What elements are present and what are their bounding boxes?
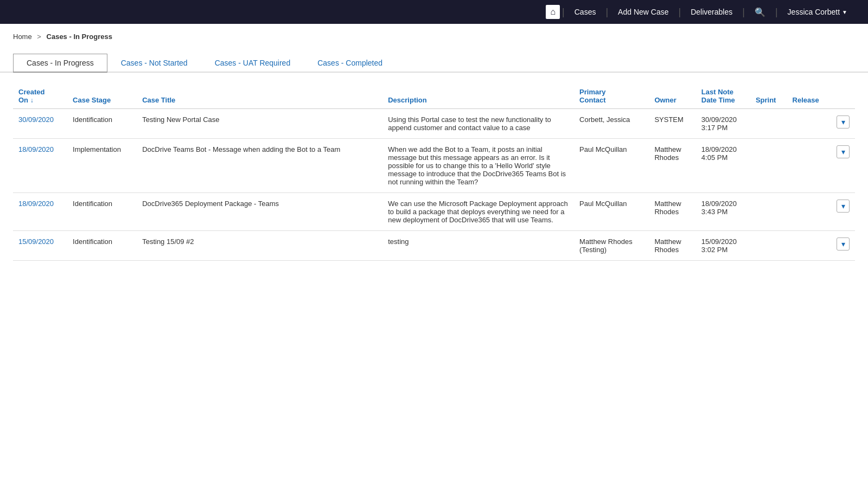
cell-case-stage: Implementation bbox=[67, 139, 137, 193]
cell-expand: ▾ bbox=[831, 231, 855, 261]
nav-user-name: Jessica Corbett bbox=[788, 8, 840, 16]
cell-case-stage: Identification bbox=[67, 109, 137, 139]
cell-primary-contact: Paul McQuillan bbox=[574, 139, 649, 193]
cell-sprint bbox=[750, 231, 787, 261]
cell-release bbox=[787, 109, 831, 139]
table-row: 30/09/2020IdentificationTesting New Port… bbox=[13, 109, 855, 139]
cell-last-note: 18/09/20203:43 PM bbox=[696, 193, 750, 231]
top-nav: ⌂ | Cases | Add New Case | Deliverables … bbox=[0, 0, 868, 24]
cell-description: Using this Portal case to test the new f… bbox=[382, 109, 574, 139]
col-sprint: Sprint bbox=[750, 84, 787, 109]
cell-sprint bbox=[750, 193, 787, 231]
cell-primary-contact: Corbett, Jessica bbox=[574, 109, 649, 139]
sort-arrow-created-on: ↓ bbox=[30, 97, 34, 104]
cell-primary-contact: Matthew Rhodes(Testing) bbox=[574, 231, 649, 261]
cell-expand: ▾ bbox=[831, 139, 855, 193]
cell-created-on[interactable]: 30/09/2020 bbox=[13, 109, 67, 139]
col-case-stage-label: Case Stage bbox=[73, 96, 111, 104]
cell-description: When we add the Bot to a Team, it posts … bbox=[382, 139, 574, 193]
cases-table: CreatedOn ↓ Case Stage Case Title Descri… bbox=[13, 84, 855, 261]
nav-deliverables-link[interactable]: Deliverables bbox=[681, 8, 742, 16]
cell-last-note: 15/09/20203:02 PM bbox=[696, 231, 750, 261]
cell-created-on[interactable]: 18/09/2020 bbox=[13, 193, 67, 231]
cell-case-title: Testing 15/09 #2 bbox=[137, 231, 382, 261]
nav-user-menu[interactable]: Jessica Corbett ▼ bbox=[778, 8, 857, 16]
cell-last-note: 18/09/20204:05 PM bbox=[696, 139, 750, 193]
table-container: CreatedOn ↓ Case Stage Case Title Descri… bbox=[0, 73, 868, 272]
tab-in-progress[interactable]: Cases - In Progress bbox=[13, 54, 107, 73]
table-header-row: CreatedOn ↓ Case Stage Case Title Descri… bbox=[13, 84, 855, 109]
cell-case-title: DocDrive Teams Bot - Message when adding… bbox=[137, 139, 382, 193]
breadcrumb-home[interactable]: Home bbox=[13, 33, 32, 41]
table-row: 18/09/2020ImplementationDocDrive Teams B… bbox=[13, 139, 855, 193]
cell-release bbox=[787, 139, 831, 193]
col-release: Release bbox=[787, 84, 831, 109]
cell-case-stage: Identification bbox=[67, 231, 137, 261]
user-menu-chevron: ▼ bbox=[842, 9, 847, 15]
col-description-label: Description bbox=[388, 96, 427, 104]
col-primary-contact: PrimaryContact bbox=[574, 84, 649, 109]
breadcrumb-current: Cases - In Progress bbox=[47, 33, 112, 41]
cell-primary-contact: Paul McQuillan bbox=[574, 193, 649, 231]
expand-button[interactable]: ▾ bbox=[837, 237, 850, 251]
col-last-note: Last NoteDate Time bbox=[696, 84, 750, 109]
table-row: 15/09/2020IdentificationTesting 15/09 #2… bbox=[13, 231, 855, 261]
cell-case-title: DocDrive365 Deployment Package - Teams bbox=[137, 193, 382, 231]
col-expand bbox=[831, 84, 855, 109]
col-sprint-label: Sprint bbox=[756, 96, 776, 104]
cell-created-on[interactable]: 18/09/2020 bbox=[13, 139, 67, 193]
cell-owner: SYSTEM bbox=[649, 109, 695, 139]
col-last-note-label: Last NoteDate Time bbox=[701, 88, 735, 104]
cell-case-stage: Identification bbox=[67, 193, 137, 231]
cell-release bbox=[787, 193, 831, 231]
expand-button[interactable]: ▾ bbox=[837, 115, 850, 129]
tab-completed[interactable]: Cases - Completed bbox=[304, 54, 396, 72]
table-row: 18/09/2020IdentificationDocDrive365 Depl… bbox=[13, 193, 855, 231]
tabs-container: Cases - In Progress Cases - Not Started … bbox=[0, 45, 868, 73]
breadcrumb: Home > Cases - In Progress bbox=[0, 24, 868, 45]
col-release-label: Release bbox=[793, 96, 819, 104]
cell-owner: MatthewRhodes bbox=[649, 231, 695, 261]
nav-add-case-link[interactable]: Add New Case bbox=[608, 8, 678, 16]
expand-button[interactable]: ▾ bbox=[837, 145, 850, 158]
nav-cases-link[interactable]: Cases bbox=[565, 8, 606, 16]
col-case-stage: Case Stage bbox=[67, 84, 137, 109]
cell-sprint bbox=[750, 139, 787, 193]
home-nav-button[interactable]: ⌂ bbox=[546, 5, 560, 19]
cell-owner: MatthewRhodes bbox=[649, 139, 695, 193]
col-description: Description bbox=[382, 84, 574, 109]
cell-last-note: 30/09/20203:17 PM bbox=[696, 109, 750, 139]
expand-button[interactable]: ▾ bbox=[837, 200, 850, 213]
col-case-title-label: Case Title bbox=[142, 96, 175, 104]
col-primary-contact-label: PrimaryContact bbox=[579, 88, 605, 104]
col-created-on[interactable]: CreatedOn ↓ bbox=[13, 84, 67, 109]
cell-expand: ▾ bbox=[831, 109, 855, 139]
cell-owner: MatthewRhodes bbox=[649, 193, 695, 231]
cell-case-title: Testing New Portal Case bbox=[137, 109, 382, 139]
cell-sprint bbox=[750, 109, 787, 139]
nav-search-button[interactable]: 🔍 bbox=[745, 7, 775, 17]
cell-release bbox=[787, 231, 831, 261]
cell-description: We can use the Microsoft Package Deploym… bbox=[382, 193, 574, 231]
cell-created-on[interactable]: 15/09/2020 bbox=[13, 231, 67, 261]
col-owner: Owner bbox=[649, 84, 695, 109]
cell-expand: ▾ bbox=[831, 193, 855, 231]
tab-not-started[interactable]: Cases - Not Started bbox=[107, 54, 201, 72]
cell-description: testing bbox=[382, 231, 574, 261]
breadcrumb-separator: > bbox=[37, 33, 41, 41]
tab-uat-required[interactable]: Cases - UAT Required bbox=[201, 54, 304, 72]
col-owner-label: Owner bbox=[654, 96, 676, 104]
col-case-title: Case Title bbox=[137, 84, 382, 109]
